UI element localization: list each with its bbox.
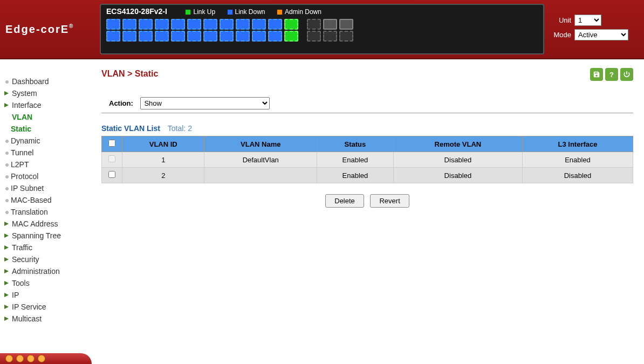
power-icon[interactable]	[620, 68, 633, 81]
sidebar-item-l2pt[interactable]: L2PT	[4, 159, 86, 170]
port-5[interactable]	[139, 19, 153, 30]
mode-label: Mode	[550, 31, 571, 39]
port-24[interactable]	[284, 31, 298, 42]
sidebar-nav: DashboardSystemInterfaceVLANStaticDynami…	[0, 59, 91, 364]
toolbar-icon-3[interactable]	[27, 355, 35, 362]
sidebar-item-system[interactable]: System	[4, 87, 86, 99]
port-23[interactable]	[284, 19, 298, 30]
action-select[interactable]: Show	[140, 97, 270, 109]
row-checkbox	[108, 155, 115, 162]
trademark-icon: ®	[69, 23, 74, 29]
sidebar-item-ip-subnet[interactable]: IP Subnet	[4, 182, 86, 194]
list-title-text: Static VLAN List	[101, 124, 160, 133]
cell-vlan_name: DefaultVlan	[204, 152, 317, 168]
port-16[interactable]	[220, 31, 234, 42]
sidebar-item-ip[interactable]: IP	[4, 289, 86, 301]
table-row: 2EnabledDisabledDisabled	[102, 168, 633, 183]
port-12[interactable]	[187, 31, 201, 42]
port-7[interactable]	[155, 19, 169, 30]
sidebar-item-vlan[interactable]: VLAN	[4, 111, 86, 123]
sidebar-item-mac-address[interactable]: MAC Address	[4, 218, 86, 230]
port-15[interactable]	[220, 19, 234, 30]
toolbar-icon-4[interactable]	[38, 355, 45, 362]
table-actions: Delete Revert	[101, 194, 633, 208]
port-27[interactable]	[323, 19, 337, 30]
port-6[interactable]	[139, 31, 153, 42]
port-13[interactable]	[203, 19, 217, 30]
toolbar-icon-1[interactable]	[5, 355, 13, 362]
col-vlan-name: VLAN Name	[204, 136, 317, 152]
breadcrumb: VLAN > Static	[101, 69, 633, 79]
logo: Edge-corE®	[5, 23, 94, 36]
cell-l3: Enabled	[523, 152, 633, 168]
sidebar-item-security[interactable]: Security	[4, 253, 86, 265]
sidebar-item-traffic[interactable]: Traffic	[4, 242, 86, 253]
port-11[interactable]	[187, 19, 201, 30]
revert-button[interactable]: Revert	[370, 194, 409, 208]
toolbar-icon-2[interactable]	[16, 355, 24, 362]
port-22[interactable]	[268, 31, 282, 42]
sidebar-item-administration[interactable]: Administration	[4, 265, 86, 277]
col-remote-vlan: Remote VLAN	[393, 136, 522, 152]
port-4[interactable]	[122, 31, 136, 42]
port-8[interactable]	[155, 31, 169, 42]
sidebar-item-mac-based[interactable]: MAC-Based	[4, 194, 86, 206]
delete-button[interactable]: Delete	[325, 194, 364, 208]
port-14[interactable]	[203, 31, 217, 42]
logo-text: Edge-corE	[5, 23, 69, 35]
sidebar-item-interface[interactable]: Interface	[4, 99, 86, 111]
sidebar-item-protocol[interactable]: Protocol	[4, 170, 86, 182]
port-21[interactable]	[268, 19, 282, 30]
device-panel: ECS4120-28Fv2-I Link Up Link Down Admin …	[100, 4, 544, 54]
unit-select[interactable]: 1	[574, 15, 601, 26]
cell-vlan_id: 1	[122, 152, 204, 168]
port-28[interactable]	[323, 31, 337, 42]
save-icon[interactable]	[590, 68, 603, 81]
port-10[interactable]	[171, 31, 185, 42]
action-row: Action: Show	[101, 94, 633, 113]
select-all-checkbox[interactable]	[108, 140, 115, 147]
sidebar-item-dynamic[interactable]: Dynamic	[4, 135, 86, 147]
cell-status: Enabled	[317, 168, 394, 183]
row-checkbox[interactable]	[108, 171, 115, 178]
cell-l3: Disabled	[523, 168, 633, 183]
sidebar-item-translation[interactable]: Translation	[4, 206, 86, 218]
port-20[interactable]	[252, 31, 266, 42]
port-18[interactable]	[236, 31, 250, 42]
sidebar-item-tools[interactable]: Tools	[4, 277, 86, 289]
port-1[interactable]	[106, 19, 120, 30]
port-3[interactable]	[122, 19, 136, 30]
bottom-toolbar	[0, 353, 92, 364]
action-label: Action:	[109, 99, 133, 107]
sidebar-item-static[interactable]: Static	[4, 123, 86, 135]
link-down-label: Link Down	[235, 8, 265, 16]
sidebar-item-spanning-tree[interactable]: Spanning Tree	[4, 230, 86, 242]
cell-vlan_id: 2	[122, 168, 204, 183]
port-2[interactable]	[106, 31, 120, 42]
link-down-icon	[227, 9, 233, 15]
admin-down-icon	[277, 9, 283, 15]
port-25[interactable]	[307, 19, 321, 30]
port-29[interactable]	[339, 19, 353, 30]
port-17[interactable]	[236, 19, 250, 30]
link-up-icon	[185, 9, 191, 15]
help-icon[interactable]: ?	[605, 68, 618, 81]
sidebar-item-tunnel[interactable]: Tunnel	[4, 147, 86, 159]
page-action-icons: ?	[590, 68, 633, 81]
link-up-label: Link Up	[193, 8, 215, 16]
sidebar-item-multicast[interactable]: Multicast	[4, 313, 86, 325]
cell-remote: Disabled	[393, 152, 522, 168]
cell-remote: Disabled	[393, 168, 522, 183]
mode-select[interactable]: Active	[574, 29, 628, 40]
sidebar-item-dashboard[interactable]: Dashboard	[4, 75, 86, 87]
port-26[interactable]	[307, 31, 321, 42]
device-model: ECS4120-28Fv2-I	[106, 7, 167, 16]
col-l3-interface: L3 Interface	[523, 136, 633, 152]
col-vlan-id: VLAN ID	[122, 136, 204, 152]
list-total: Total: 2	[168, 124, 192, 133]
port-19[interactable]	[252, 19, 266, 30]
port-9[interactable]	[171, 19, 185, 30]
col-status: Status	[317, 136, 394, 152]
port-30[interactable]	[339, 31, 353, 42]
sidebar-item-ip-service[interactable]: IP Service	[4, 301, 86, 313]
